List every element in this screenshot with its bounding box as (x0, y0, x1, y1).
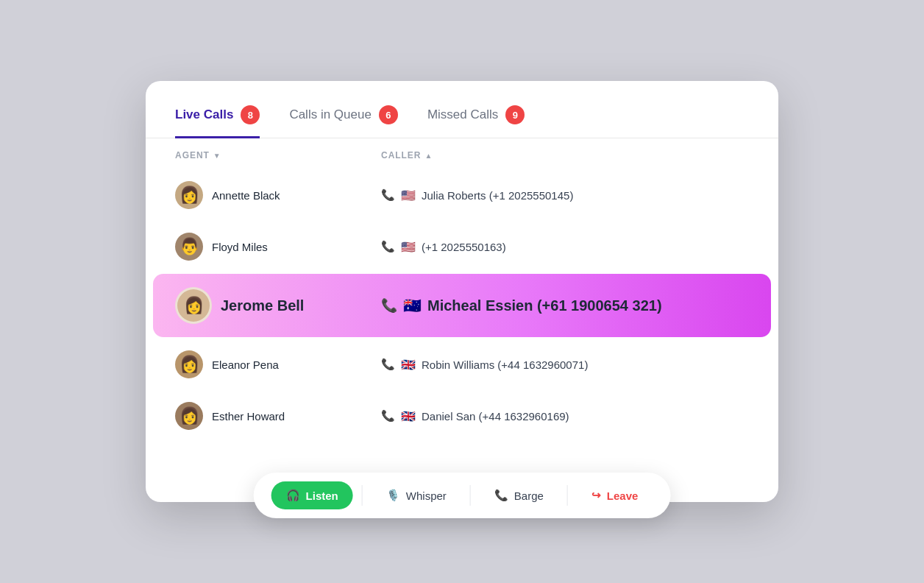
divider (470, 485, 471, 506)
tab-calls-in-queue[interactable]: Calls in Queue 6 (289, 105, 398, 138)
avatar: 👩 (175, 181, 203, 209)
tab-calls-in-queue-badge: 6 (379, 105, 398, 124)
column-caller[interactable]: CALLER ▲ (381, 150, 749, 160)
table-row[interactable]: 👩 Esther Howard 📞 🇬🇧 Daniel San (+44 163… (160, 392, 764, 440)
column-caller-label: CALLER (381, 150, 421, 160)
caller-cell: 📞 🇺🇸 Julia Roberts (+1 2025550145) (381, 188, 749, 202)
caller-sort-icon: ▲ (424, 152, 433, 160)
caller-cell: 📞 🇺🇸 (+1 2025550163) (381, 240, 749, 254)
tab-live-calls-badge: 8 (241, 105, 260, 124)
table-row[interactable]: 👩 Eleanor Pena 📞 🇬🇧 Robin Williams (+44 … (160, 340, 764, 389)
tab-missed-calls-label: Missed Calls (427, 107, 498, 122)
agent-cell: 👩 Jerome Bell (175, 287, 381, 324)
listen-label: Listen (306, 490, 338, 502)
agent-cell: 👩 Annette Black (175, 181, 381, 209)
caller-name: Julia Roberts (+1 2025550145) (422, 189, 573, 202)
table-row-selected[interactable]: 👩 Jerome Bell 📞 🇦🇺 Micheal Essien (+61 1… (153, 274, 771, 337)
phone-icon: 📞 (381, 358, 395, 371)
caller-name: Robin Williams (+44 1632960071) (422, 358, 588, 371)
listen-button[interactable]: 🎧 Listen (271, 481, 353, 509)
column-agent[interactable]: AGENT ▼ (175, 150, 381, 160)
barge-button[interactable]: 📞 Barge (480, 481, 558, 509)
leave-button[interactable]: ↪ Leave (577, 481, 653, 509)
agent-name: Jerome Bell (221, 297, 304, 314)
flag-icon: 🇺🇸 (401, 240, 416, 254)
whisper-label: Whisper (406, 490, 447, 502)
agent-cell: 👩 Esther Howard (175, 402, 381, 430)
barge-icon: 📞 (494, 489, 508, 502)
phone-icon: 📞 (381, 188, 395, 202)
flag-icon: 🇦🇺 (403, 297, 422, 314)
tab-live-calls[interactable]: Live Calls 8 (175, 105, 260, 138)
action-bar: 🎧 Listen 🎙️ Whisper 📞 Barge ↪ Leave (254, 473, 671, 518)
flag-icon: 🇬🇧 (401, 409, 416, 423)
table-row[interactable]: 👨 Floyd Miles 📞 🇺🇸 (+1 2025550163) (160, 222, 764, 271)
main-card: Live Calls 8 Calls in Queue 6 Missed Cal… (146, 81, 778, 502)
phone-icon: 📞 (381, 240, 395, 253)
phone-icon: 📞 (381, 297, 397, 314)
caller-cell: 📞 🇦🇺 Micheal Essien (+61 1900654 321) (381, 297, 749, 314)
flag-icon: 🇺🇸 (401, 188, 416, 202)
agent-sort-icon: ▼ (213, 152, 221, 160)
tab-calls-in-queue-label: Calls in Queue (289, 107, 372, 122)
leave-icon: ↪ (591, 489, 601, 502)
agent-cell: 👨 Floyd Miles (175, 233, 381, 261)
agent-name: Eleanor Pena (212, 358, 279, 371)
whisper-button[interactable]: 🎙️ Whisper (372, 481, 461, 509)
avatar: 👩 (175, 350, 203, 378)
table-container: AGENT ▼ CALLER ▲ 👩 Annette Black 📞 🇺🇸 Ju… (146, 138, 778, 440)
agent-cell: 👩 Eleanor Pena (175, 350, 381, 378)
avatar: 👩 (175, 287, 212, 324)
caller-cell: 📞 🇬🇧 Daniel San (+44 1632960169) (381, 409, 749, 423)
caller-name: Daniel San (+44 1632960169) (422, 410, 569, 423)
barge-label: Barge (514, 490, 544, 502)
tab-live-calls-label: Live Calls (175, 107, 233, 122)
agent-name: Floyd Miles (212, 241, 268, 253)
table-row[interactable]: 👩 Annette Black 📞 🇺🇸 Julia Roberts (+1 2… (160, 171, 764, 219)
tab-missed-calls[interactable]: Missed Calls 9 (427, 105, 525, 138)
avatar: 👩 (175, 402, 203, 430)
column-agent-label: AGENT (175, 150, 210, 160)
phone-icon: 📞 (381, 409, 395, 423)
caller-name: Micheal Essien (+61 1900654 321) (427, 297, 662, 314)
divider (567, 485, 568, 506)
divider (362, 485, 363, 506)
caller-cell: 📞 🇬🇧 Robin Williams (+44 1632960071) (381, 358, 749, 372)
tabs-container: Live Calls 8 Calls in Queue 6 Missed Cal… (146, 105, 778, 138)
table-header: AGENT ▼ CALLER ▲ (160, 138, 764, 168)
agent-name: Annette Black (212, 189, 280, 202)
caller-name: (+1 2025550163) (422, 241, 506, 253)
flag-icon: 🇬🇧 (401, 358, 416, 372)
avatar: 👨 (175, 233, 203, 261)
whisper-icon: 🎙️ (386, 489, 400, 502)
agent-name: Esther Howard (212, 410, 285, 423)
listen-icon: 🎧 (286, 489, 300, 502)
leave-label: Leave (607, 490, 639, 502)
tab-missed-calls-badge: 9 (505, 105, 525, 124)
